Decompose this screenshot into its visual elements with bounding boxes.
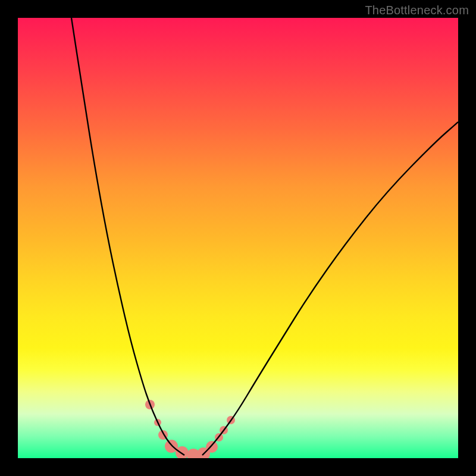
left-curve	[71, 18, 184, 455]
curve-layer	[18, 18, 458, 458]
right-curve	[202, 122, 458, 455]
bottleneck-markers	[145, 400, 235, 458]
plot-area	[18, 18, 458, 458]
chart-frame: TheBottleneck.com	[0, 0, 476, 476]
bottleneck-marker	[206, 441, 218, 453]
watermark-text: TheBottleneck.com	[365, 4, 469, 17]
